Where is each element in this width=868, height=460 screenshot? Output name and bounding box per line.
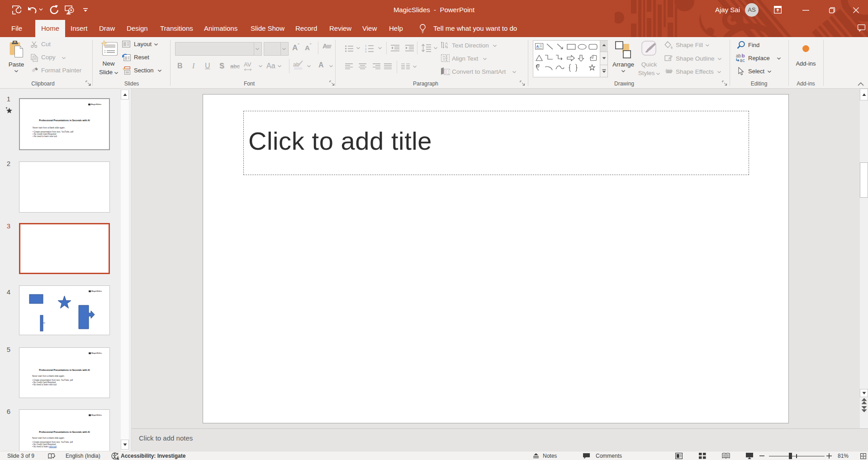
svg-text:c: c xyxy=(743,58,745,62)
svg-text:3: 3 xyxy=(365,50,367,52)
svg-text:A: A xyxy=(536,44,539,48)
svg-text:2: 2 xyxy=(365,47,367,50)
svg-text:1: 1 xyxy=(365,44,367,47)
svg-text:A: A xyxy=(445,41,448,46)
svg-text:ab: ab xyxy=(736,53,741,58)
